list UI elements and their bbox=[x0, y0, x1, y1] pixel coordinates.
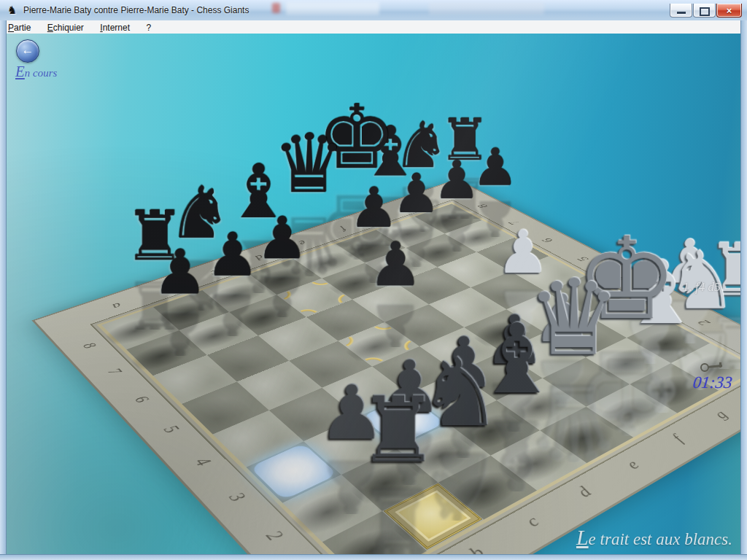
minimize-button[interactable] bbox=[670, 4, 692, 18]
back-button[interactable]: ← bbox=[16, 39, 39, 63]
menu-partie[interactable]: Partie bbox=[1, 21, 37, 34]
minimize-icon bbox=[677, 12, 686, 14]
file-label-near-d: d bbox=[568, 481, 600, 502]
aero-glass-reflection bbox=[286, 2, 379, 15]
piece-black-pawn-c7[interactable]: ♟♟ bbox=[254, 209, 311, 325]
window-border-left bbox=[0, 20, 7, 560]
app-window: ♞ Pierre-Marie Baty contre Pierre-Marie … bbox=[0, 0, 747, 560]
piece-black-pawn-d5[interactable]: ♟♟ bbox=[365, 235, 425, 356]
rank-label-left-2: 2 bbox=[258, 524, 292, 548]
clock-panel: 01:33 bbox=[693, 360, 732, 392]
maximize-button[interactable] bbox=[693, 4, 716, 18]
game-status-link[interactable]: En cours bbox=[15, 63, 57, 81]
close-button[interactable]: × bbox=[716, 4, 742, 18]
window-border-bottom bbox=[0, 554, 747, 560]
pawn-icon: ♟ bbox=[150, 242, 209, 303]
piece-reflection: ♜ bbox=[357, 475, 434, 554]
piece-reflection: ♟ bbox=[254, 268, 311, 326]
rank-label-left-7: 7 bbox=[102, 364, 129, 379]
file-label-near-g: g bbox=[705, 406, 735, 424]
rank-label-left-8: 8 bbox=[77, 338, 103, 353]
file-label-near-c: c bbox=[516, 510, 549, 533]
piece-reflection: ♟ bbox=[203, 285, 261, 345]
turn-indicator: Le trait est aux blancs. bbox=[576, 525, 732, 550]
rank-label-left-4: 4 bbox=[188, 452, 219, 472]
clock-key-icon bbox=[700, 362, 725, 370]
board-grid: ♜♜♞♞♝♝♛♛♚♚♝♝♞♞♜♜♟♟♟♟♟♟♟♟♟♟♟♟♟♟♟♟♟♟♟♟♟♟♟♟… bbox=[101, 203, 741, 554]
menu-echiquier[interactable]: Echiquier bbox=[41, 21, 90, 34]
file-label-near-e: e bbox=[616, 455, 648, 475]
piece-black-pawn-a7[interactable]: ♟♟ bbox=[150, 242, 209, 365]
aero-glass-reflection bbox=[429, 2, 544, 15]
move-list: 1. f4 d5 bbox=[683, 280, 720, 295]
chess-board: ♜♜♞♞♝♝♛♛♚♚♝♝♞♞♜♜♟♟♟♟♟♟♟♟♟♟♟♟♟♟♟♟♟♟♟♟♟♟♟♟… bbox=[34, 180, 741, 554]
file-label-near-b: b bbox=[460, 541, 494, 554]
title-bar: ♞ Pierre-Marie Baty contre Pierre-Marie … bbox=[0, 0, 747, 21]
pawn-icon: ♟ bbox=[203, 225, 261, 285]
maximize-icon bbox=[700, 7, 710, 16]
rank-label-left-3: 3 bbox=[222, 486, 253, 508]
menu-bar: Partie Echiquier Internet ? bbox=[1, 20, 746, 34]
window-title: Pierre-Marie Baty contre Pierre-Marie Ba… bbox=[23, 5, 249, 15]
rank-label-left-5: 5 bbox=[157, 420, 186, 438]
pawn-icon: ♟ bbox=[347, 180, 400, 236]
aero-glass-reflection bbox=[272, 3, 280, 13]
game-viewport: ♜♜♞♞♝♝♛♛♚♚♝♝♞♞♜♜♟♟♟♟♟♟♟♟♟♟♟♟♟♟♟♟♟♟♟♟♟♟♟♟… bbox=[6, 34, 741, 554]
piece-white-rook-a1[interactable]: ♜♜ bbox=[357, 385, 434, 554]
pawn-icon: ♟ bbox=[254, 209, 311, 268]
piece-reflection: ♟ bbox=[150, 303, 209, 365]
menu-internet[interactable]: Internet bbox=[93, 21, 136, 34]
close-icon: × bbox=[727, 5, 732, 16]
back-arrow-icon: ← bbox=[22, 43, 34, 57]
menu-help[interactable]: ? bbox=[139, 21, 158, 34]
rook-icon: ♜ bbox=[357, 385, 434, 475]
board-3d-scene: ♜♜♞♞♝♝♛♛♚♚♝♝♞♞♜♜♟♟♟♟♟♟♟♟♟♟♟♟♟♟♟♟♟♟♟♟♟♟♟♟… bbox=[6, 34, 741, 554]
game-clock: 01:33 bbox=[692, 373, 733, 392]
window-border-right bbox=[740, 20, 747, 560]
piece-black-pawn-b7[interactable]: ♟♟ bbox=[203, 225, 261, 345]
rank-label-left-6: 6 bbox=[128, 391, 156, 408]
app-knight-icon: ♞ bbox=[7, 4, 19, 16]
pawn-icon: ♟ bbox=[365, 235, 425, 295]
